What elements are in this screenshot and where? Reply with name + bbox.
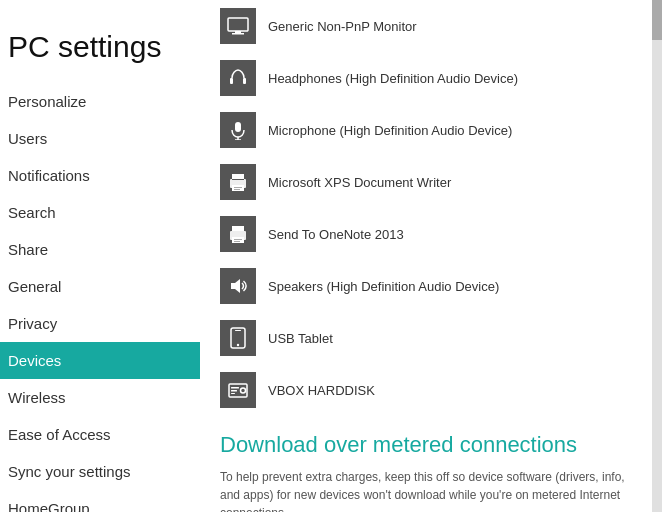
svg-rect-5 xyxy=(235,122,241,132)
device-name: Send To OneNote 2013 xyxy=(268,227,404,242)
device-item: Send To OneNote 2013 xyxy=(220,208,632,260)
device-item: Speakers (High Definition Audio Device) xyxy=(220,260,632,312)
sidebar-item-ease-of-access[interactable]: Ease of Access xyxy=(0,416,200,453)
device-name: Generic Non-PnP Monitor xyxy=(268,19,417,34)
speakers-icon xyxy=(220,268,256,304)
audio-icon xyxy=(220,60,256,96)
sidebar-item-devices[interactable]: Devices xyxy=(0,342,200,379)
svg-rect-4 xyxy=(243,78,246,84)
svg-rect-26 xyxy=(231,390,237,392)
device-item: USB Tablet xyxy=(220,312,632,364)
sidebar-item-wireless[interactable]: Wireless xyxy=(0,379,200,416)
svg-rect-27 xyxy=(231,393,235,394)
svg-rect-10 xyxy=(232,174,244,179)
svg-rect-22 xyxy=(235,330,241,331)
tablet-icon xyxy=(220,320,256,356)
scrollbar[interactable] xyxy=(652,0,662,512)
device-item: Headphones (High Definition Audio Device… xyxy=(220,52,632,104)
device-name: Microsoft XPS Document Writer xyxy=(268,175,451,190)
svg-rect-3 xyxy=(230,78,233,84)
svg-rect-1 xyxy=(235,31,241,33)
svg-rect-2 xyxy=(232,33,244,35)
app-title: PC settings xyxy=(0,20,200,83)
sidebar-item-sync-settings[interactable]: Sync your settings xyxy=(0,453,200,490)
sidebar-item-notifications[interactable]: Notifications xyxy=(0,157,200,194)
device-item: VBOX HARDDISK xyxy=(220,364,632,416)
sidebar-item-personalize[interactable]: Personalize xyxy=(0,83,200,120)
svg-rect-13 xyxy=(234,189,240,190)
svg-rect-25 xyxy=(231,387,239,389)
sidebar-item-share[interactable]: Share xyxy=(0,231,200,268)
svg-point-24 xyxy=(241,388,246,393)
device-item: Microsoft XPS Document Writer xyxy=(220,156,632,208)
svg-rect-12 xyxy=(234,187,242,188)
sidebar-item-search[interactable]: Search xyxy=(0,194,200,231)
monitor-icon xyxy=(220,8,256,44)
sidebar-item-homegroup[interactable]: HomeGroup xyxy=(0,490,200,512)
device-name: USB Tablet xyxy=(268,331,333,346)
device-item: Generic Non-PnP Monitor xyxy=(220,0,632,52)
printer-icon xyxy=(220,164,256,200)
onenote-printer-icon xyxy=(220,216,256,252)
sidebar-item-users[interactable]: Users xyxy=(0,120,200,157)
metered-heading: Download over metered connections xyxy=(220,432,632,458)
svg-point-21 xyxy=(237,344,239,346)
device-name: Speakers (High Definition Audio Device) xyxy=(268,279,499,294)
device-name: VBOX HARDDISK xyxy=(268,383,375,398)
metered-description: To help prevent extra charges, keep this… xyxy=(220,468,632,512)
content-area: Generic Non-PnP Monitor Headphones (High… xyxy=(200,0,652,512)
svg-rect-17 xyxy=(234,239,242,240)
device-item: Microphone (High Definition Audio Device… xyxy=(220,104,632,156)
sidebar-item-general[interactable]: General xyxy=(0,268,200,305)
scrollbar-thumb[interactable] xyxy=(652,0,662,40)
microphone-icon xyxy=(220,112,256,148)
sidebar: PC settings Personalize Users Notificati… xyxy=(0,0,200,512)
main-area: Generic Non-PnP Monitor Headphones (High… xyxy=(200,0,662,512)
svg-rect-15 xyxy=(232,226,244,231)
svg-rect-0 xyxy=(228,18,248,31)
device-name: Microphone (High Definition Audio Device… xyxy=(268,123,512,138)
sidebar-item-privacy[interactable]: Privacy xyxy=(0,305,200,342)
svg-rect-18 xyxy=(234,241,240,242)
svg-marker-19 xyxy=(231,279,240,293)
device-name: Headphones (High Definition Audio Device… xyxy=(268,71,518,86)
disk-icon xyxy=(220,372,256,408)
